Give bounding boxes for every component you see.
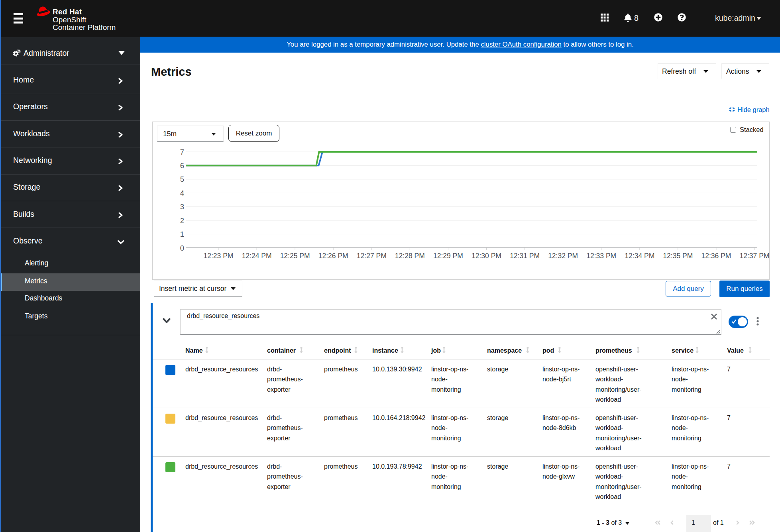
svg-text:12:24 PM: 12:24 PM: [242, 252, 272, 260]
svg-text:3: 3: [180, 202, 184, 211]
svg-text:12:29 PM: 12:29 PM: [433, 252, 463, 260]
svg-text:1: 1: [180, 230, 184, 238]
svg-text:12:31 PM: 12:31 PM: [510, 252, 540, 260]
svg-text:5: 5: [180, 175, 184, 183]
svg-text:12:28 PM: 12:28 PM: [395, 252, 425, 260]
svg-text:12:34 PM: 12:34 PM: [625, 252, 654, 260]
svg-text:12:23 PM: 12:23 PM: [204, 252, 234, 260]
svg-text:12:25 PM: 12:25 PM: [280, 252, 310, 260]
svg-text:0: 0: [180, 244, 184, 252]
svg-text:2: 2: [180, 216, 184, 225]
svg-text:6: 6: [180, 161, 184, 170]
svg-text:12:26 PM: 12:26 PM: [318, 252, 348, 260]
svg-text:4: 4: [180, 189, 184, 197]
svg-text:12:32 PM: 12:32 PM: [548, 252, 578, 260]
svg-text:12:27 PM: 12:27 PM: [357, 252, 387, 260]
svg-text:12:35 PM: 12:35 PM: [663, 252, 693, 260]
svg-text:12:36 PM: 12:36 PM: [701, 252, 731, 260]
svg-text:12:30 PM: 12:30 PM: [472, 252, 501, 260]
svg-text:12:37 PM: 12:37 PM: [740, 252, 769, 260]
svg-text:7: 7: [180, 148, 184, 156]
svg-text:12:33 PM: 12:33 PM: [586, 252, 616, 260]
